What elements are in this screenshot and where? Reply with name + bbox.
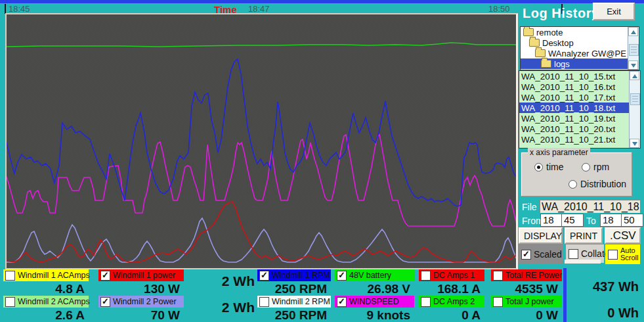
tree-item-logs[interactable]: logs xyxy=(521,58,639,69)
exit-button[interactable]: Exit xyxy=(593,3,635,20)
tree-item-label: WAnalyzer GW@PE xyxy=(548,49,626,58)
checkbox-windmill-2-power[interactable] xyxy=(100,297,110,307)
toggle-label: Auto Scroll xyxy=(620,247,640,262)
legend-color-box: Windmill 2 RPM xyxy=(257,296,331,308)
total-energy-value: 437 Wh xyxy=(561,279,639,294)
legend-label: DC Amps 2 xyxy=(433,297,475,306)
scrollbar-thumb[interactable] xyxy=(630,93,640,105)
x-axis-parameter-group: x axis parameter timerpmDistribution xyxy=(521,152,632,196)
chart-plot-area[interactable] xyxy=(5,13,518,269)
legend-value: 4.8 A xyxy=(3,282,85,296)
legend-value: 0 A xyxy=(419,308,481,322)
tree-item-remote[interactable]: remote xyxy=(521,27,639,37)
scroll-up-button[interactable] xyxy=(628,27,638,36)
legend-value: 250 RPM xyxy=(257,308,327,322)
legend-color-box: Windmill 1 power xyxy=(98,269,184,281)
series-line-48v-battery xyxy=(7,43,516,47)
energy-value: 2 Wh xyxy=(197,273,255,289)
file-item-wa-2010-11-10-17-txt[interactable]: WA_2010_11_10_17.txt xyxy=(519,92,640,103)
toggle-label: Scaled xyxy=(534,249,562,260)
file-list-scrollbar[interactable] xyxy=(629,71,640,148)
legend-label: DC Amps 1 xyxy=(433,271,475,280)
scroll-down-button[interactable] xyxy=(630,139,639,148)
checkbox-total-j-power[interactable] xyxy=(493,297,503,307)
print-button[interactable]: PRINT xyxy=(565,227,603,244)
radio-circle-icon xyxy=(534,163,543,172)
legend-color-box: Total J power xyxy=(491,296,562,308)
legend-row-1: Windmill 1 ACAmps4.8 AWindmill 1 power13… xyxy=(0,269,644,296)
scrollbar-thumb[interactable] xyxy=(629,44,639,56)
radio-time[interactable]: time xyxy=(534,162,563,172)
axis-end-time: 18:50 xyxy=(488,4,510,14)
checkbox-windmill-2-rpm[interactable] xyxy=(259,297,269,307)
legend-color-box: DC Amps 2 xyxy=(419,296,484,308)
file-item-wa-2010-11-10-18-txt[interactable]: WA_2010_11_10_18.txt xyxy=(519,103,640,113)
folder-icon xyxy=(523,28,534,36)
file-name-field[interactable]: WA_2010_11_10_18 xyxy=(540,200,640,213)
checkbox-windmill-1-rpm[interactable] xyxy=(259,271,269,281)
folder-icon xyxy=(541,60,551,68)
legend-color-box: DC Amps 1 xyxy=(419,269,484,281)
scroll-down-button[interactable] xyxy=(628,60,638,70)
folder-tree[interactable]: remoteDesktopWAnalyzer GW@PElogs xyxy=(520,26,639,70)
series-line-windmill-2-power xyxy=(7,218,516,262)
from-hour-input[interactable]: 18 xyxy=(540,214,563,227)
to-hour-input[interactable]: 18 xyxy=(600,214,622,227)
to-minute-input[interactable]: 50 xyxy=(621,214,643,227)
radio-circle-icon xyxy=(569,180,577,189)
radio-rpm[interactable]: rpm xyxy=(582,162,609,172)
tree-item-wanalyzer-gw-pe[interactable]: WAnalyzer GW@PE xyxy=(521,48,639,58)
legend-value: 168.1 A xyxy=(419,282,481,296)
file-item-wa-2010-11-10-21-txt[interactable]: WA_2010_11_10_21.txt xyxy=(519,134,640,145)
legend-label: Windmill 1 power xyxy=(113,271,175,280)
radio-label: rpm xyxy=(593,162,609,172)
axis-start-tick xyxy=(5,4,6,14)
radio-distribution[interactable]: Distribution xyxy=(569,179,626,189)
csv-button[interactable]: .CSV xyxy=(605,227,641,244)
checkbox-windmill-1-power[interactable] xyxy=(100,271,110,281)
display-button[interactable]: DISPLAY xyxy=(519,227,563,244)
checkbox-scaled[interactable] xyxy=(521,250,531,260)
legend-label: WINDSPEED xyxy=(349,297,399,306)
tree-item-desktop[interactable]: Desktop xyxy=(521,37,639,48)
legend-value: 130 W xyxy=(98,282,180,296)
legend-label: Windmill 1 RPM xyxy=(272,271,330,280)
checkbox-windmill-1-acamps[interactable] xyxy=(5,271,15,281)
legend-value: 4535 W xyxy=(491,282,558,296)
checkbox-dc-amps-2[interactable] xyxy=(421,297,431,307)
checkbox-48v-battery[interactable] xyxy=(337,271,347,281)
legend-value: 9 knots xyxy=(335,308,410,322)
checkbox-collate[interactable] xyxy=(569,249,578,259)
legend-value: 26.98 V xyxy=(335,282,410,296)
radio-label: time xyxy=(546,162,563,172)
legend-label: Windmill 2 ACAmps xyxy=(18,297,90,306)
legend-color-box: WINDSPEED xyxy=(335,296,414,308)
file-item-wa-2010-11-10-15-txt[interactable]: WA_2010_11_10_15.txt xyxy=(519,71,640,81)
file-item-wa-2010-11-10-20-txt[interactable]: WA_2010_11_10_20.txt xyxy=(519,124,640,134)
radio-circle-icon xyxy=(582,163,590,172)
legend-label: Total RE Power xyxy=(505,271,562,280)
legend-label: Windmill 2 RPM xyxy=(272,297,330,306)
scroll-up-button[interactable] xyxy=(630,71,639,80)
legend-value: 2.6 A xyxy=(3,308,85,322)
checkbox-windmill-2-acamps[interactable] xyxy=(5,297,15,307)
tree-item-label: Desktop xyxy=(542,38,574,48)
file-field-label: File xyxy=(522,202,537,212)
tree-item-label: remote xyxy=(536,28,563,37)
checkbox-auto-scroll[interactable] xyxy=(608,250,618,260)
checkbox-windspeed[interactable] xyxy=(337,297,347,307)
legend-row-2: Windmill 2 ACAmps2.6 AWindmill 2 Power70… xyxy=(0,296,644,322)
tree-scrollbar[interactable] xyxy=(628,27,639,70)
checkbox-dc-amps-1[interactable] xyxy=(421,271,431,281)
file-item-wa-2010-11-10-16-txt[interactable]: WA_2010_11_10_16.txt xyxy=(519,81,640,92)
series-line-windspeed xyxy=(7,135,516,226)
from-minute-input[interactable]: 45 xyxy=(561,214,584,227)
chart-series-canvas xyxy=(7,14,516,268)
wanalyzer-window: 18:45 Time 18:47 18:50 Log History Exit … xyxy=(0,0,644,322)
legend-color-box: Windmill 1 RPM xyxy=(257,269,331,281)
checkbox-total-re-power[interactable] xyxy=(493,271,503,281)
file-item-wa-2010-11-10-19-txt[interactable]: WA_2010_11_10_19.txt xyxy=(519,113,640,124)
panel-edge xyxy=(565,260,601,264)
log-file-list[interactable]: WA_2010_11_10_15.txtWA_2010_11_10_16.txt… xyxy=(519,70,641,149)
legend-value: 250 RPM xyxy=(257,282,327,296)
